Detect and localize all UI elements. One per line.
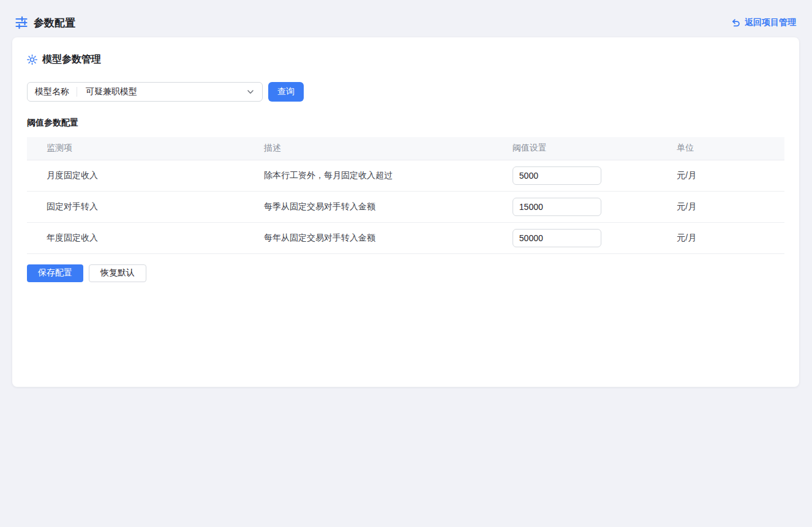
column-header-desc: 描述 xyxy=(254,137,503,160)
model-name-select[interactable]: 模型名称 可疑兼职模型 xyxy=(27,82,263,102)
monitor-item: 月度固定收入 xyxy=(27,160,254,191)
table-row: 年度固定收入 每年从固定交易对手转入金额 元/月 xyxy=(27,222,784,253)
return-arrow-icon xyxy=(731,18,740,28)
monitor-desc: 每年从固定交易对手转入金额 xyxy=(254,222,503,253)
model-name-label: 模型名称 xyxy=(28,86,77,97)
monitor-desc: 除本行工资外，每月固定收入超过 xyxy=(254,160,503,191)
threshold-input[interactable] xyxy=(513,229,601,247)
chevron-down-icon xyxy=(246,88,255,96)
table-row: 月度固定收入 除本行工资外，每月固定收入超过 元/月 xyxy=(27,160,784,191)
model-name-selected-value: 可疑兼职模型 xyxy=(77,86,246,97)
column-header-item: 监测项 xyxy=(27,137,254,160)
restore-default-button[interactable]: 恢复默认 xyxy=(89,264,146,282)
monitor-desc: 每季从固定交易对手转入金额 xyxy=(254,191,503,222)
query-button[interactable]: 查询 xyxy=(268,82,304,102)
threshold-section-title: 阈值参数配置 xyxy=(27,118,784,129)
threshold-input[interactable] xyxy=(513,198,601,216)
monitor-item: 年度固定收入 xyxy=(27,222,254,253)
monitor-unit: 元/月 xyxy=(667,222,784,253)
page-header: 参数配置 返回项目管理 xyxy=(0,0,812,34)
page-title: 参数配置 xyxy=(34,16,75,30)
model-parameter-card: 模型参数管理 模型名称 可疑兼职模型 查询 阈值参数配置 监测项 描述 阈值设置 xyxy=(12,37,799,387)
save-config-button[interactable]: 保存配置 xyxy=(27,264,83,282)
monitor-item: 固定对手转入 xyxy=(27,191,254,222)
sliders-icon xyxy=(15,16,28,29)
column-header-unit: 单位 xyxy=(667,137,784,160)
threshold-input[interactable] xyxy=(513,166,601,185)
table-header-row: 监测项 描述 阈值设置 单位 xyxy=(27,137,784,160)
card-title: 模型参数管理 xyxy=(42,53,101,66)
back-to-project-link[interactable]: 返回项目管理 xyxy=(731,17,796,28)
table-row: 固定对手转入 每季从固定交易对手转入金额 元/月 xyxy=(27,191,784,222)
gear-icon xyxy=(27,54,37,65)
threshold-table: 监测项 描述 阈值设置 单位 月度固定收入 除本行工资外，每月固定收入超过 元/… xyxy=(27,137,784,254)
monitor-unit: 元/月 xyxy=(667,160,784,191)
column-header-threshold: 阈值设置 xyxy=(503,137,667,160)
monitor-unit: 元/月 xyxy=(667,191,784,222)
back-link-label: 返回项目管理 xyxy=(745,17,796,28)
